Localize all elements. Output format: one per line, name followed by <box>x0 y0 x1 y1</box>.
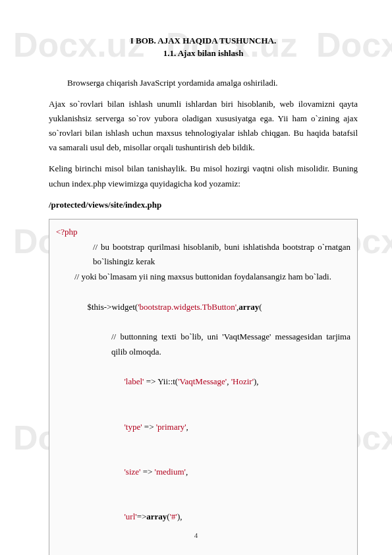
code-line: 'label' => Yii::t('VaqtMessage', 'Hozir'… <box>56 360 350 405</box>
body-paragraph-2: Keling birinchi misol bilan tanishaylik.… <box>49 161 358 190</box>
code-token: 'primary' <box>156 422 186 432</box>
section-heading: 1.1. Ajax bilan ishlash <box>49 48 358 59</box>
code-comment: // buttonning texti bo`lib, uni 'VaqtMes… <box>56 330 350 360</box>
code-token: => <box>142 422 156 432</box>
code-token: ), <box>177 511 182 521</box>
code-block: <?php // bu bootstrap qurilmasi hisoblan… <box>49 219 358 555</box>
code-token: $this->widget( <box>88 302 138 312</box>
code-line: 'type' => 'primary', <box>56 405 350 450</box>
code-token: 'type' <box>125 422 142 432</box>
code-token: ), <box>254 376 259 386</box>
code-token: => <box>140 467 154 477</box>
code-comment: // yoki bo`lmasam yii ning maxsus button… <box>56 270 350 285</box>
code-line: $this->widget('bootstrap.widgets.TbButto… <box>56 285 350 330</box>
code-token: => <box>137 511 147 521</box>
code-token: '#' <box>170 511 177 521</box>
code-token: 'label' <box>125 376 144 386</box>
intro-paragraph: Browserga chiqarish JavaScript yordamida… <box>49 76 358 90</box>
page-content: I BOB. AJAX HAQIDA TUSHUNCHA. 1.1. Ajax … <box>0 0 392 555</box>
code-token: 'url' <box>125 511 137 521</box>
chapter-heading: I BOB. AJAX HAQIDA TUSHUNCHA. <box>49 36 358 46</box>
page-number: 4 <box>0 531 392 539</box>
code-token: => Yii::t( <box>144 376 178 386</box>
file-path: /protected/views/site/index.php <box>49 198 358 212</box>
code-token: ( <box>259 302 262 312</box>
code-comment: // bu bootstrap qurilmasi hisoblanib, bu… <box>56 240 350 270</box>
code-token: 'VaqtMessage' <box>178 376 227 386</box>
code-token: 'Hozir' <box>231 376 254 386</box>
code-token: 'medium' <box>155 467 186 477</box>
code-token: 'bootstrap.widgets.TbButton' <box>138 302 237 312</box>
code-token: array <box>238 302 259 312</box>
body-paragraph-1: Ajax so`rovlari bilan ishlash unumli ish… <box>49 97 358 155</box>
code-token: , <box>186 422 188 432</box>
code-line: 'htmlOptions'=>array( <box>56 540 350 556</box>
code-token: array <box>146 511 167 521</box>
code-line: 'size' => 'medium', <box>56 450 350 494</box>
code-line: <?php <box>56 225 350 240</box>
code-token: , <box>186 467 188 477</box>
code-token: 'size' <box>125 467 141 477</box>
